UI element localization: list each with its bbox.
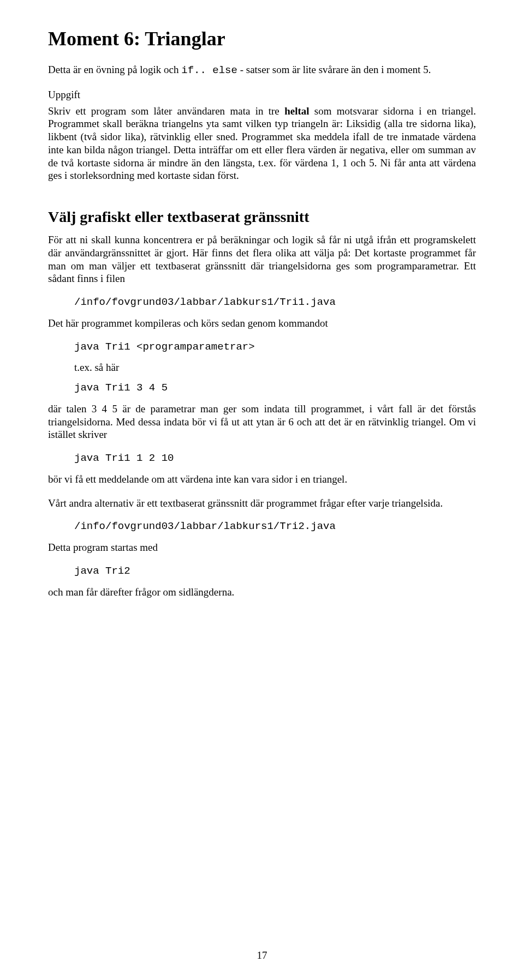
mono-if-else: if.. else bbox=[181, 64, 237, 76]
intro-paragraph: Detta är en övning på logik och if.. els… bbox=[48, 63, 476, 77]
section2-p4: bör vi få ett meddelande om att värdena … bbox=[48, 473, 476, 486]
code-cmd-tri1-345: java Tri1 3 4 5 bbox=[74, 382, 476, 395]
uppgift-heading-text: Uppgift bbox=[48, 89, 80, 100]
section2-p7: och man får därefter frågor om sidlängde… bbox=[48, 586, 476, 599]
section2-p3: där talen 3 4 5 är de parametrar man ger… bbox=[48, 402, 476, 441]
intro-text-b: - satser som är lite svårare än den i mo… bbox=[237, 64, 431, 75]
intro-text-a: Detta är en övning på logik och bbox=[48, 64, 181, 75]
uppgift-text-a: Skriv ett program som låter användaren m… bbox=[48, 105, 284, 117]
tex-line: t.ex. så här bbox=[74, 361, 476, 374]
code-cmd-tri2: java Tri2 bbox=[74, 565, 476, 578]
code-path-tri2: /info/fovgrund03/labbar/labkurs1/Tri2.ja… bbox=[74, 520, 476, 533]
section2-p6: Detta program startas med bbox=[48, 541, 476, 554]
page-number: 17 bbox=[0, 949, 524, 961]
code-cmd-tri1-1210: java Tri1 1 2 10 bbox=[74, 452, 476, 465]
uppgift-body: Skriv ett program som låter användaren m… bbox=[48, 105, 476, 183]
page-title: Moment 6: Trianglar bbox=[48, 27, 476, 50]
uppgift-heading: Uppgift bbox=[48, 88, 476, 101]
section2-p1: För att ni skall kunna koncentrera er på… bbox=[48, 233, 476, 285]
uppgift-bold-heltal: heltal bbox=[284, 105, 309, 117]
section2-p2: Det här programmet kompileras och körs s… bbox=[48, 317, 476, 330]
section-heading-grafiskt: Välj grafiskt eller textbaserat gränssni… bbox=[48, 208, 476, 226]
code-path-tri1: /info/fovgrund03/labbar/labkurs1/Tri1.ja… bbox=[74, 296, 476, 309]
document-page: Moment 6: Trianglar Detta är en övning p… bbox=[0, 0, 524, 980]
code-cmd-tri1-params: java Tri1 <programparametrar> bbox=[74, 341, 476, 354]
section2-p5: Vårt andra alternativ är ett textbaserat… bbox=[48, 497, 476, 510]
